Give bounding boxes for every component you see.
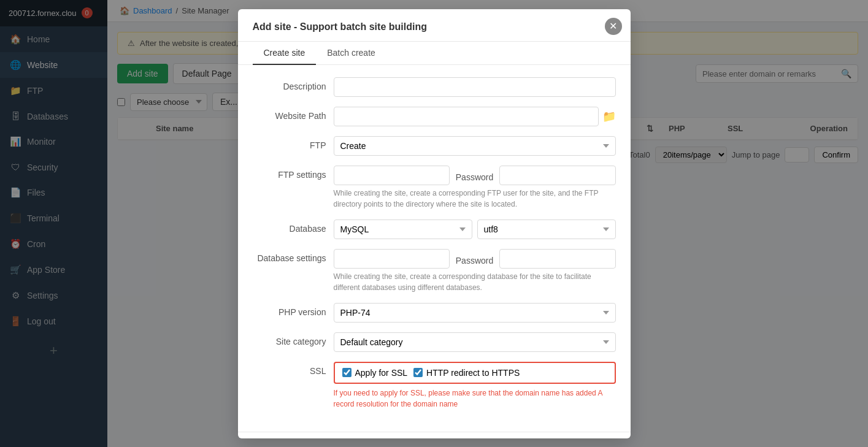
db-hint: While creating the site, create a corres… xyxy=(334,271,616,293)
category-row: Site category Default category xyxy=(253,332,616,352)
ssl-warning: If you need to apply for SSL, please mak… xyxy=(334,388,616,410)
db-charset-select[interactable]: utf8 xyxy=(477,220,616,239)
description-input[interactable]: testfrnx_ru xyxy=(334,77,616,97)
php-row: PHP version PHP-74 xyxy=(253,303,616,323)
category-label: Site category xyxy=(253,332,326,346)
ftp-settings-row: FTP settings ftp_testfrnx_ru Password fS… xyxy=(253,166,616,210)
ftp-username-input[interactable]: ftp_testfrnx_ru xyxy=(334,166,450,185)
php-label: PHP version xyxy=(253,303,326,317)
path-row: Website Path /www/wwwroot/testfrnx.ru 📁 xyxy=(253,107,616,126)
database-control: MySQL utf8 xyxy=(334,220,616,239)
tab-batch-create[interactable]: Batch create xyxy=(316,42,386,65)
description-label: Description xyxy=(253,77,326,91)
db-password-input[interactable]: 5BYRMJCwYp3x4YTb xyxy=(499,249,615,269)
modal-body: Description testfrnx_ru Website Path /ww… xyxy=(238,65,631,432)
database-row: Database MySQL utf8 xyxy=(253,220,616,239)
ftp-label: FTP xyxy=(253,136,326,150)
apply-ssl-group: Apply for SSL xyxy=(342,368,408,378)
db-type-select[interactable]: MySQL xyxy=(334,220,472,239)
ftp-password-label: Password xyxy=(456,168,493,182)
modal-overlay: ✕ Add site - Support batch site building… xyxy=(0,0,868,447)
site-category-select[interactable]: Default category xyxy=(334,332,616,352)
add-site-modal: ✕ Add site - Support batch site building… xyxy=(238,9,631,438)
ftp-password-input[interactable]: fStEXjGbsZ546PTL xyxy=(499,166,615,185)
path-input[interactable]: /www/wwwroot/testfrnx.ru xyxy=(334,107,599,126)
path-control: /www/wwwroot/testfrnx.ru 📁 xyxy=(334,107,616,126)
ssl-control: Apply for SSL HTTP redirect to HTTPS If … xyxy=(334,362,616,410)
db-settings-row: Database settings sql_testfrnx_ru Passwo… xyxy=(253,249,616,293)
apply-ssl-label: Apply for SSL xyxy=(355,368,408,378)
description-row: Description testfrnx_ru xyxy=(253,77,616,97)
description-control: testfrnx_ru xyxy=(334,77,616,97)
modal-footer: Cancel Submit xyxy=(238,432,631,438)
db-settings-control: sql_testfrnx_ru Password 5BYRMJCwYp3x4YT… xyxy=(334,249,616,293)
http-redirect-label: HTTP redirect to HTTPS xyxy=(426,368,520,378)
path-label: Website Path xyxy=(253,107,326,121)
php-control: PHP-74 xyxy=(334,303,616,323)
ssl-row: SSL Apply for SSL HTTP redirect to HTTPS… xyxy=(253,362,616,410)
modal-close-button[interactable]: ✕ xyxy=(605,18,622,35)
ftp-control: Create xyxy=(334,136,616,156)
modal-tabs: Create site Batch create xyxy=(238,42,631,65)
http-redirect-group: HTTP redirect to HTTPS xyxy=(413,368,520,378)
ftp-settings-label: FTP settings xyxy=(253,166,326,180)
folder-icon[interactable]: 📁 xyxy=(602,110,616,123)
ssl-section: Apply for SSL HTTP redirect to HTTPS xyxy=(334,362,616,384)
database-label: Database xyxy=(253,220,326,234)
db-username-input[interactable]: sql_testfrnx_ru xyxy=(334,249,450,269)
ssl-label: SSL xyxy=(253,362,326,376)
ftp-hint: While creating the site, create a corres… xyxy=(334,188,616,210)
ftp-settings-control: ftp_testfrnx_ru Password fStEXjGbsZ546PT… xyxy=(334,166,616,210)
apply-ssl-checkbox[interactable] xyxy=(342,368,351,377)
db-password-label: Password xyxy=(456,251,493,266)
http-redirect-checkbox[interactable] xyxy=(413,368,423,377)
ftp-row: FTP Create xyxy=(253,136,616,156)
modal-title: Add site - Support batch site building xyxy=(238,9,631,42)
category-control: Default category xyxy=(334,332,616,352)
ftp-select[interactable]: Create xyxy=(334,136,616,156)
tab-create-site[interactable]: Create site xyxy=(253,42,317,65)
php-version-select[interactable]: PHP-74 xyxy=(334,303,616,323)
db-settings-label: Database settings xyxy=(253,249,326,263)
